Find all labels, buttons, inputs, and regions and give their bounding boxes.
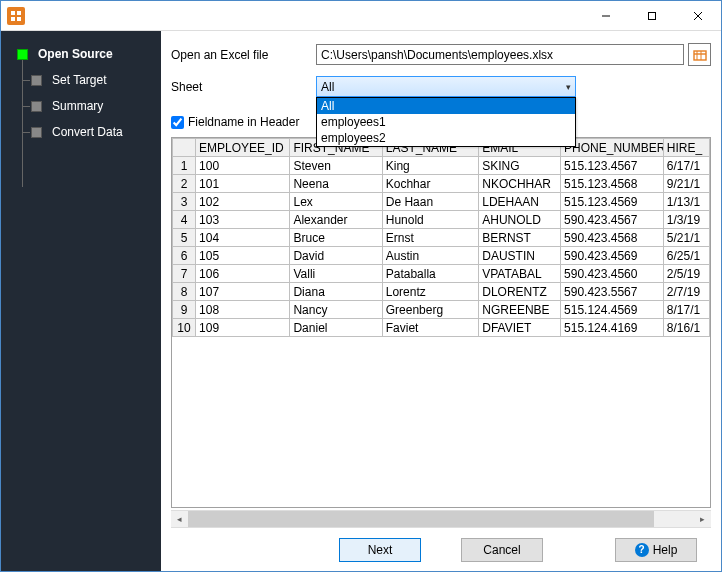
row-number: 9 <box>173 301 196 319</box>
svg-rect-2 <box>11 17 15 21</box>
cell[interactable]: 104 <box>196 229 290 247</box>
sidebar-item-convert-data[interactable]: Convert Data <box>1 119 161 145</box>
browse-button[interactable] <box>688 43 711 66</box>
minimize-button[interactable] <box>583 1 629 31</box>
cell[interactable]: DLORENTZ <box>479 283 561 301</box>
cell[interactable]: 102 <box>196 193 290 211</box>
cancel-button[interactable]: Cancel <box>461 538 543 562</box>
cell[interactable]: 9/21/1 <box>663 175 709 193</box>
cell[interactable]: 106 <box>196 265 290 283</box>
scroll-left-button[interactable]: ◂ <box>171 511 188 528</box>
table-row[interactable]: 2101NeenaKochharNKOCHHAR515.123.45689/21… <box>173 175 710 193</box>
cell[interactable]: 107 <box>196 283 290 301</box>
table-row[interactable]: 9108NancyGreenbergNGREENBE515.124.45698/… <box>173 301 710 319</box>
cell[interactable]: 515.123.4567 <box>561 157 664 175</box>
table-row[interactable]: 5104BruceErnstBERNST590.423.45685/21/1 <box>173 229 710 247</box>
cell[interactable]: AHUNOLD <box>479 211 561 229</box>
cell[interactable]: 590.423.5567 <box>561 283 664 301</box>
cell[interactable]: Lex <box>290 193 382 211</box>
cell[interactable]: BERNST <box>479 229 561 247</box>
cell[interactable]: 5/21/1 <box>663 229 709 247</box>
sidebar-item-open-source[interactable]: Open Source <box>1 41 161 67</box>
maximize-button[interactable] <box>629 1 675 31</box>
cell[interactable]: 2/7/19 <box>663 283 709 301</box>
cell[interactable]: 590.423.4568 <box>561 229 664 247</box>
cell[interactable]: Pataballa <box>382 265 478 283</box>
cell[interactable]: VPATABAL <box>479 265 561 283</box>
sheet-select[interactable]: All ▾ <box>316 76 576 97</box>
cell[interactable]: 2/5/19 <box>663 265 709 283</box>
cell[interactable]: Valli <box>290 265 382 283</box>
cell[interactable]: Steven <box>290 157 382 175</box>
cell[interactable]: 105 <box>196 247 290 265</box>
cell[interactable]: Neena <box>290 175 382 193</box>
cell[interactable]: 590.423.4569 <box>561 247 664 265</box>
cell[interactable]: 1/3/19 <box>663 211 709 229</box>
help-button[interactable]: ? Help <box>615 538 697 562</box>
cell[interactable]: DFAVIET <box>479 319 561 337</box>
table-row[interactable]: 6105DavidAustinDAUSTIN590.423.45696/25/1 <box>173 247 710 265</box>
table-row[interactable]: 4103AlexanderHunoldAHUNOLD590.423.45671/… <box>173 211 710 229</box>
cell[interactable]: Ernst <box>382 229 478 247</box>
content-panel: Open an Excel file Sheet All ▾ All emplo… <box>161 31 721 571</box>
cell[interactable]: DAUSTIN <box>479 247 561 265</box>
horizontal-scrollbar[interactable]: ◂ ▸ <box>171 510 711 527</box>
cell[interactable]: NGREENBE <box>479 301 561 319</box>
col-header[interactable]: EMPLOYEE_ID <box>196 139 290 157</box>
sidebar-item-summary[interactable]: Summary <box>1 93 161 119</box>
cell[interactable]: Faviet <box>382 319 478 337</box>
cell[interactable]: 590.423.4560 <box>561 265 664 283</box>
cell[interactable]: LDEHAAN <box>479 193 561 211</box>
cell[interactable]: 515.123.4569 <box>561 193 664 211</box>
cell[interactable]: Greenberg <box>382 301 478 319</box>
svg-rect-3 <box>17 17 21 21</box>
cell[interactable]: 8/17/1 <box>663 301 709 319</box>
cell[interactable]: 101 <box>196 175 290 193</box>
table-row[interactable]: 8107DianaLorentzDLORENTZ590.423.55672/7/… <box>173 283 710 301</box>
row-number: 5 <box>173 229 196 247</box>
table-row[interactable]: 3102LexDe HaanLDEHAAN515.123.45691/13/1 <box>173 193 710 211</box>
cell[interactable]: 515.123.4568 <box>561 175 664 193</box>
cell[interactable]: 515.124.4169 <box>561 319 664 337</box>
cell[interactable]: Kochhar <box>382 175 478 193</box>
cell[interactable]: 8/16/1 <box>663 319 709 337</box>
cell[interactable]: 6/17/1 <box>663 157 709 175</box>
cell[interactable]: Alexander <box>290 211 382 229</box>
cell[interactable]: 100 <box>196 157 290 175</box>
fieldname-checkbox[interactable] <box>171 116 184 129</box>
sheet-option-employees1[interactable]: employees1 <box>317 114 575 130</box>
cell[interactable]: Hunold <box>382 211 478 229</box>
cell[interactable]: Austin <box>382 247 478 265</box>
table-row[interactable]: 7106ValliPataballaVPATABAL590.423.45602/… <box>173 265 710 283</box>
scroll-thumb[interactable] <box>188 511 654 528</box>
cell[interactable]: King <box>382 157 478 175</box>
cell[interactable]: 103 <box>196 211 290 229</box>
cell[interactable]: Diana <box>290 283 382 301</box>
cell[interactable]: 6/25/1 <box>663 247 709 265</box>
col-header[interactable]: HIRE_ <box>663 139 709 157</box>
cell[interactable]: NKOCHHAR <box>479 175 561 193</box>
file-path-input[interactable] <box>316 44 684 65</box>
cell[interactable]: Nancy <box>290 301 382 319</box>
cell[interactable]: David <box>290 247 382 265</box>
table-row[interactable]: 10109DanielFavietDFAVIET515.124.41698/16… <box>173 319 710 337</box>
close-button[interactable] <box>675 1 721 31</box>
sheet-option-all[interactable]: All <box>317 98 575 114</box>
cell[interactable]: 1/13/1 <box>663 193 709 211</box>
cell[interactable]: 108 <box>196 301 290 319</box>
cell[interactable]: 590.423.4567 <box>561 211 664 229</box>
table-row[interactable]: 1100StevenKingSKING515.123.45676/17/1 <box>173 157 710 175</box>
cell[interactable]: Daniel <box>290 319 382 337</box>
sidebar-item-set-target[interactable]: Set Target <box>1 67 161 93</box>
cell[interactable]: SKING <box>479 157 561 175</box>
sidebar-item-label: Convert Data <box>52 125 123 139</box>
cell[interactable]: De Haan <box>382 193 478 211</box>
scroll-track[interactable] <box>188 511 694 528</box>
cell[interactable]: 515.124.4569 <box>561 301 664 319</box>
sheet-option-employees2[interactable]: employees2 <box>317 130 575 146</box>
cell[interactable]: 109 <box>196 319 290 337</box>
cell[interactable]: Bruce <box>290 229 382 247</box>
next-button[interactable]: Next <box>339 538 421 562</box>
scroll-right-button[interactable]: ▸ <box>694 511 711 528</box>
cell[interactable]: Lorentz <box>382 283 478 301</box>
